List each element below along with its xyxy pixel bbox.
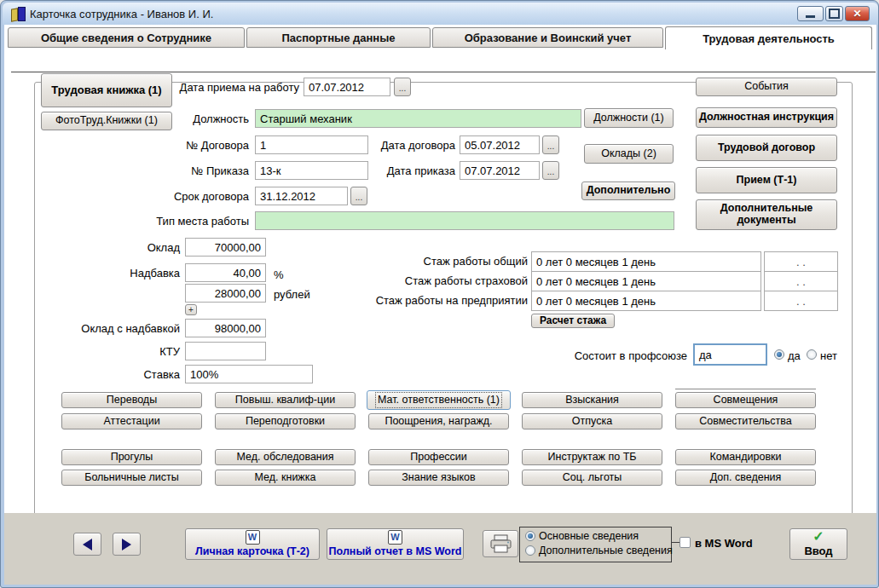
button-vzyskaniya[interactable]: Взыскания — [522, 392, 662, 408]
button-otpuska[interactable]: Отпуска — [522, 413, 662, 429]
workplace-field[interactable] — [255, 211, 674, 230]
position-label: Должность — [132, 112, 249, 125]
union-label: Состоит в профсоюзе — [550, 349, 687, 362]
hiring-t1-button[interactable]: Прием (Т-1) — [696, 167, 837, 193]
additional-info-radio[interactable] — [525, 545, 535, 556]
ms-word-icon: W — [388, 530, 402, 545]
button-attestacii[interactable]: Аттестации — [61, 413, 202, 429]
union-yes-radio[interactable] — [774, 349, 784, 360]
union-field[interactable]: да — [693, 343, 767, 366]
personal-card-t2-button[interactable]: W Личная карточка (Т-2) — [185, 528, 320, 560]
term-date-picker-button[interactable]: ... — [350, 187, 367, 205]
ms-word-icon: W — [246, 530, 260, 545]
button-bolnichnye-listy[interactable]: Больничные листы — [61, 470, 202, 486]
union-no-label: нет — [820, 349, 837, 362]
exp-insured-date-field[interactable]: . . — [764, 271, 838, 291]
bonus-label: Надбавка — [55, 267, 180, 280]
window-title: Карточка сотрудника - Иванов И. И. — [30, 8, 213, 20]
rate-field[interactable]: 100% — [185, 365, 313, 383]
button-proguly[interactable]: Прогулы — [61, 449, 202, 465]
positions-button[interactable]: Должности (1) — [584, 108, 674, 128]
maximize-icon — [829, 9, 840, 19]
minimize-icon — [806, 15, 815, 18]
button-med-obsledovaniya[interactable]: Мед. обследования — [215, 449, 356, 465]
footer-bar: W Личная карточка (Т-2) W Полный отчет в… — [4, 513, 876, 585]
hire-date-picker-button[interactable]: ... — [394, 78, 411, 96]
button-sovmestitelstva[interactable]: Совместительства — [675, 413, 816, 429]
connector-line — [672, 542, 679, 543]
union-no-radio[interactable] — [807, 349, 817, 360]
tab-education[interactable]: Образование и Воинский учет — [432, 27, 663, 48]
maximize-button[interactable] — [825, 6, 843, 21]
percent-suffix: % — [274, 268, 284, 281]
rate-label: Ставка — [55, 368, 180, 381]
contract-no-field[interactable]: 1 — [255, 135, 368, 154]
bonus-rub-field[interactable]: 28000,00 — [185, 284, 266, 303]
tab-divider — [11, 72, 876, 72]
hire-date-field[interactable]: 07.07.2012 — [304, 78, 390, 96]
tab-passport[interactable]: Паспортные данные — [246, 27, 431, 48]
order-date-field[interactable]: 07.07.2012 — [460, 161, 540, 180]
ktu-field[interactable] — [185, 342, 266, 360]
salaries-button[interactable]: Оклады (2) — [584, 144, 674, 164]
minimize-button[interactable] — [797, 6, 824, 21]
close-icon: ✕ — [853, 9, 861, 19]
bonus-percent-field[interactable]: 40,00 — [185, 263, 266, 282]
additional-button[interactable]: Дополнительно — [581, 182, 675, 200]
print-button[interactable] — [483, 530, 518, 557]
additional-docs-button[interactable]: Дополнительные документы — [696, 199, 837, 230]
exp-total-date-field[interactable]: . . — [764, 251, 838, 272]
contract-date-picker-button[interactable]: ... — [542, 135, 559, 154]
exp-total-label: Стаж работы общий — [345, 255, 528, 268]
button-soc-lgoty[interactable]: Соц. льготы — [522, 470, 662, 486]
prev-record-button[interactable] — [73, 533, 101, 556]
workplace-label: Тип места работы — [132, 215, 249, 228]
close-button[interactable]: ✕ — [845, 6, 870, 21]
events-button[interactable]: События — [696, 78, 837, 96]
exp-insured-field[interactable]: 0 лет 0 месяцев 1 день — [531, 271, 761, 291]
button-znanie-yazykov[interactable]: Знание языков — [368, 470, 509, 486]
order-date-label: Дата приказа — [370, 164, 455, 177]
button-mat-otvetstvennost[interactable]: Мат. ответственность (1) — [367, 390, 511, 410]
exp-company-field[interactable]: 0 лет 0 месяцев 1 день — [531, 291, 761, 311]
button-perepodgotovki[interactable]: Переподготовки — [215, 413, 356, 429]
salary-total-label: Оклад с надбавкой — [55, 322, 180, 335]
button-instruktazh-tb[interactable]: Инструктаж по ТБ — [522, 449, 662, 465]
button-dop-svedeniya[interactable]: Доп. сведения — [675, 470, 816, 486]
salary-total-field[interactable]: 98000,00 — [185, 319, 266, 337]
ms-word-checkbox[interactable] — [679, 537, 691, 548]
additional-info-label: Дополнительные сведения — [539, 545, 673, 556]
order-no-field[interactable]: 13-к — [255, 161, 368, 180]
exp-company-date-field[interactable]: . . — [764, 291, 838, 311]
tab-general[interactable]: Общие сведения о Сотруднике — [8, 27, 245, 48]
checkmark-icon: ✓ — [812, 530, 824, 544]
tab-employment[interactable]: Трудовая деятельность — [665, 26, 872, 49]
button-perevody[interactable]: Переводы — [61, 392, 202, 408]
term-field[interactable]: 31.12.2012 — [255, 187, 348, 205]
next-record-button[interactable] — [113, 533, 141, 556]
button-povysh-kvalif[interactable]: Повыш. квалиф-ции — [215, 392, 356, 408]
arrow-left-icon — [83, 539, 92, 551]
button-pooshchreniya[interactable]: Поощрения, награжд. — [368, 413, 509, 429]
job-description-button[interactable]: Должностная инструкция — [696, 107, 837, 128]
exp-insured-label: Стаж работы страховой — [345, 274, 528, 287]
button-professii[interactable]: Профессии — [368, 449, 509, 465]
enter-button[interactable]: ✓ Ввод — [789, 528, 847, 560]
order-date-picker-button[interactable]: ... — [542, 161, 559, 180]
button-med-knizhka[interactable]: Мед. книжка — [215, 470, 356, 486]
main-info-radio[interactable] — [525, 531, 535, 541]
bonus-plus-button[interactable]: + — [185, 304, 197, 315]
labor-contract-button[interactable]: Трудовой договор — [696, 135, 837, 161]
salary-label: Оклад — [55, 241, 180, 254]
exp-total-field[interactable]: 0 лет 0 месяцев 1 день — [531, 251, 761, 272]
button-sovmeshcheniya[interactable]: Совмещения — [675, 392, 816, 408]
contract-date-field[interactable]: 05.07.2012 — [460, 135, 540, 154]
calc-experience-button[interactable]: Расчет стажа — [531, 314, 615, 328]
rub-suffix: рублей — [274, 288, 310, 301]
full-report-word-button[interactable]: W Полный отчет в MS Word — [327, 528, 464, 560]
position-field[interactable]: Старший механик — [255, 109, 581, 128]
hire-date-label: Дата приема на работу — [149, 81, 299, 94]
button-komandirovki[interactable]: Командировки — [675, 449, 816, 465]
contract-date-label: Дата договора — [370, 139, 455, 152]
salary-field[interactable]: 70000,00 — [185, 238, 266, 257]
